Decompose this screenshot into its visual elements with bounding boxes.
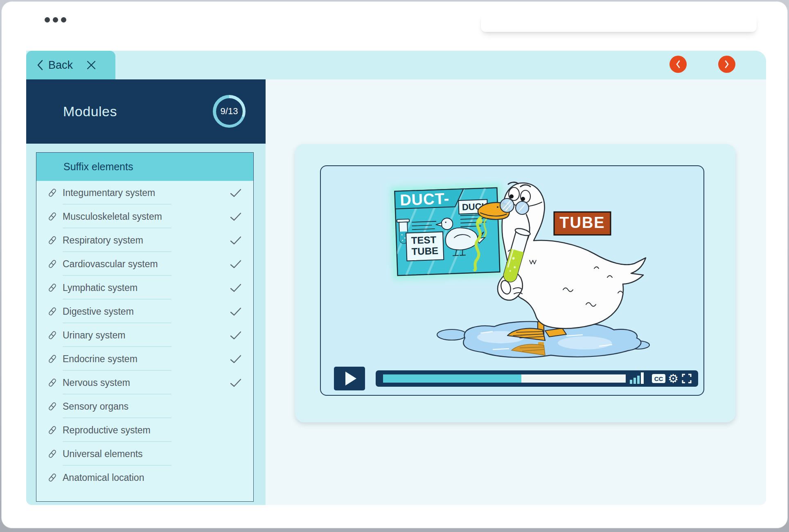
module-label: Anatomical location bbox=[63, 472, 144, 483]
attachment-clip-icon bbox=[47, 282, 58, 293]
module-label: Digestive system bbox=[63, 306, 134, 317]
caption-line1: TEST bbox=[411, 234, 437, 246]
attachment-clip-icon bbox=[47, 235, 58, 246]
attachment-clip-icon bbox=[47, 425, 58, 435]
module-label: Cardiovascular system bbox=[63, 259, 158, 270]
checkmark-icon bbox=[230, 307, 242, 316]
module-list-item[interactable]: Endocrine system bbox=[36, 347, 253, 371]
seek-bar[interactable] bbox=[383, 374, 626, 383]
fullscreen-icon[interactable] bbox=[682, 374, 692, 383]
module-list-item[interactable]: Lymphatic system bbox=[36, 276, 253, 300]
module-label: Sensory organs bbox=[63, 401, 128, 412]
volume-icon[interactable] bbox=[630, 372, 644, 384]
module-label: Lymphatic system bbox=[63, 282, 138, 293]
browser-window: Back Modules 9/13 bbox=[1, 1, 788, 528]
course-player: Back Modules 9/13 bbox=[26, 51, 766, 505]
module-list-item[interactable]: Sensory organs bbox=[36, 394, 253, 418]
caption-line2: TUBE bbox=[411, 245, 438, 257]
player-control-bar: CC ⚙ bbox=[376, 370, 698, 387]
module-list-item[interactable]: Reproductive system bbox=[36, 418, 253, 442]
settings-gear-icon[interactable]: ⚙ bbox=[667, 372, 679, 385]
sidebar: Suffix elements Integumentary system bbox=[26, 144, 266, 505]
module-list: Integumentary system Musculoskeletal sys… bbox=[36, 181, 253, 489]
next-button[interactable] bbox=[718, 56, 735, 73]
checkmark-icon bbox=[230, 212, 242, 221]
attachment-clip-icon bbox=[47, 211, 58, 222]
progress-ring: 9/13 bbox=[213, 95, 246, 128]
progress-label: 9/13 bbox=[221, 106, 238, 117]
attachment-clip-icon bbox=[47, 306, 58, 317]
attachment-clip-icon bbox=[47, 377, 58, 388]
chevron-left-icon bbox=[675, 60, 681, 69]
video-frame: DUCT- bbox=[320, 165, 704, 396]
address-bar[interactable] bbox=[481, 14, 757, 32]
previous-button[interactable] bbox=[670, 56, 687, 73]
section-header: Suffix elements bbox=[36, 153, 253, 181]
module-list-item[interactable]: Anatomical location bbox=[36, 466, 253, 489]
video-card: DUCT- bbox=[295, 144, 735, 422]
module-label: Musculoskeletal system bbox=[63, 211, 162, 222]
checkmark-icon bbox=[230, 188, 242, 198]
module-list-item[interactable]: Digestive system bbox=[36, 300, 253, 323]
checkmark-icon bbox=[230, 283, 242, 293]
sidebar-title: Modules bbox=[63, 79, 117, 144]
module-panel: Suffix elements Integumentary system bbox=[36, 152, 254, 502]
chevron-right-icon bbox=[724, 60, 730, 69]
tube-answer-box: TUBE bbox=[554, 212, 611, 235]
module-list-item[interactable]: Urinary system bbox=[36, 323, 253, 347]
module-label: Respiratory system bbox=[63, 235, 143, 246]
attachment-clip-icon bbox=[47, 401, 58, 412]
module-label: Universal elements bbox=[63, 449, 143, 460]
module-list-item[interactable]: Integumentary system bbox=[36, 181, 253, 205]
back-button[interactable]: Back bbox=[37, 59, 73, 72]
chevron-left-icon bbox=[37, 60, 43, 70]
back-label: Back bbox=[48, 59, 73, 72]
attachment-clip-icon bbox=[47, 259, 58, 269]
attachment-clip-icon bbox=[47, 187, 58, 198]
window-menu-dots-icon[interactable] bbox=[45, 17, 66, 23]
attachment-clip-icon bbox=[47, 330, 58, 340]
module-list-item[interactable]: Musculoskeletal system bbox=[36, 205, 253, 228]
module-label: Urinary system bbox=[63, 330, 125, 341]
checkmark-icon bbox=[230, 236, 242, 245]
module-list-item[interactable]: Cardiovascular system bbox=[36, 252, 253, 276]
attachment-clip-icon bbox=[47, 449, 58, 459]
captions-button[interactable]: CC bbox=[652, 374, 665, 383]
duct-poster: DUCT- bbox=[390, 183, 504, 280]
checkmark-icon bbox=[230, 259, 242, 269]
module-label: Reproductive system bbox=[63, 425, 151, 436]
module-label: Integumentary system bbox=[63, 187, 155, 198]
seek-bar-fill bbox=[383, 374, 521, 383]
module-list-item[interactable]: Respiratory system bbox=[36, 228, 253, 252]
checkmark-icon bbox=[230, 378, 242, 388]
poster-title: DUCT- bbox=[400, 190, 450, 209]
sidebar-header: Modules 9/13 bbox=[26, 79, 266, 144]
checkmark-icon bbox=[230, 354, 242, 364]
module-label: Endocrine system bbox=[63, 354, 138, 365]
attachment-clip-icon bbox=[47, 354, 58, 364]
module-label: Nervous system bbox=[63, 377, 130, 388]
attachment-clip-icon bbox=[47, 472, 58, 483]
close-icon[interactable] bbox=[86, 60, 97, 70]
module-list-item[interactable]: Universal elements bbox=[36, 442, 253, 466]
play-button[interactable] bbox=[334, 367, 365, 390]
screen: Back Modules 9/13 bbox=[0, 0, 789, 532]
player-topbar: Back bbox=[26, 51, 766, 79]
video-illustration: DUCT- bbox=[321, 166, 704, 396]
checkmark-icon bbox=[230, 331, 242, 340]
back-tab: Back bbox=[26, 51, 115, 79]
module-list-item[interactable]: Nervous system bbox=[36, 371, 253, 394]
tube-answer-label: TUBE bbox=[559, 214, 605, 231]
play-triangle-icon bbox=[345, 372, 356, 385]
